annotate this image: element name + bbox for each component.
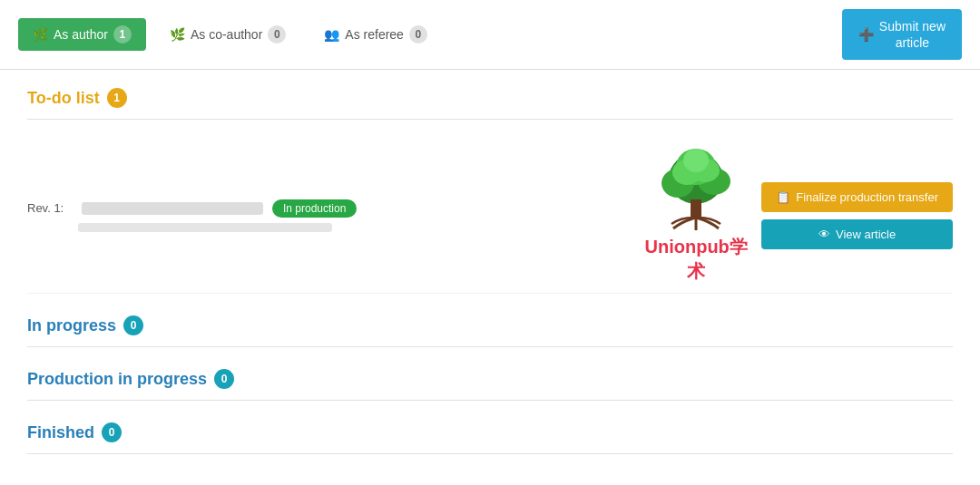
tab-as-author[interactable]: 🌿 As author 1 — [18, 18, 146, 51]
in-progress-title-text: In progress — [27, 316, 116, 335]
production-in-progress-title: Production in progress 0 — [27, 369, 953, 389]
article-row: Rev. 1: In production — [27, 138, 953, 294]
article-info: Rev. 1: In production — [27, 199, 631, 232]
svg-point-6 — [683, 149, 709, 172]
unionpub-brand-name: Unionpub学术 — [642, 235, 750, 284]
finalize-production-button[interactable]: 📋 Finalize production transfer — [761, 182, 953, 212]
tab-as-author-label: As author — [54, 27, 108, 42]
tab-as-coauthor-badge: 0 — [268, 25, 286, 44]
tab-as-referee-badge: 0 — [409, 25, 427, 44]
people-icon: 👥 — [324, 27, 339, 42]
in-progress-section: In progress 0 — [27, 315, 953, 347]
svg-rect-7 — [691, 199, 701, 219]
production-in-progress-section: Production in progress 0 — [27, 369, 953, 401]
in-progress-badge: 0 — [123, 315, 143, 335]
tab-as-coauthor-label: As co-author — [191, 27, 262, 42]
tab-as-referee-label: As referee — [345, 27, 404, 42]
finished-badge: 0 — [102, 422, 122, 442]
article-actions: 📋 Finalize production transfer 👁 View ar… — [761, 182, 953, 249]
production-in-progress-badge: 0 — [214, 369, 234, 389]
article-title-blurred — [82, 202, 263, 215]
plus-icon: ➕ — [858, 26, 874, 43]
todo-title-text: To-do list — [27, 89, 100, 108]
finalize-btn-label: Finalize production transfer — [796, 190, 938, 204]
leaf-coauthor-icon: 🌿 — [170, 27, 185, 42]
tab-as-referee[interactable]: 👥 As referee 0 — [309, 18, 442, 51]
submit-btn-label: Submit newarticle — [879, 18, 946, 51]
view-article-button[interactable]: 👁 View article — [761, 219, 953, 249]
finished-divider — [27, 453, 953, 454]
submit-new-article-button[interactable]: ➕ Submit newarticle — [842, 9, 962, 60]
unionpub-logo: Unionpub学术 — [642, 147, 750, 284]
production-in-progress-divider — [27, 400, 953, 401]
tree-svg — [655, 147, 737, 233]
rev-label: Rev. 1: — [27, 201, 73, 215]
finished-title: Finished 0 — [27, 422, 953, 442]
todo-title: To-do list 1 — [27, 88, 953, 108]
main-content: To-do list 1 Rev. 1: In production — [0, 70, 980, 485]
todo-badge: 1 — [107, 88, 127, 108]
production-in-progress-title-text: Production in progress — [27, 370, 207, 389]
todo-divider — [27, 119, 953, 120]
nav-tabs: 🌿 As author 1 🌿 As co-author 0 👥 As refe… — [18, 18, 842, 51]
top-navigation: 🌿 As author 1 🌿 As co-author 0 👥 As refe… — [0, 0, 980, 70]
leaf-icon: 🌿 — [33, 27, 48, 42]
calendar-icon: 📋 — [776, 190, 790, 204]
article-subtitle-blurred — [78, 223, 332, 232]
eye-icon: 👁 — [818, 228, 830, 241]
status-badge: In production — [272, 199, 357, 218]
tab-as-coauthor[interactable]: 🌿 As co-author 0 — [155, 18, 300, 51]
finished-title-text: Finished — [27, 423, 94, 442]
view-btn-label: View article — [836, 228, 896, 241]
todo-section: To-do list 1 Rev. 1: In production — [27, 88, 953, 294]
tab-as-author-badge: 1 — [113, 25, 132, 44]
in-progress-title: In progress 0 — [27, 315, 953, 335]
in-progress-divider — [27, 346, 953, 347]
finished-section: Finished 0 — [27, 422, 953, 454]
